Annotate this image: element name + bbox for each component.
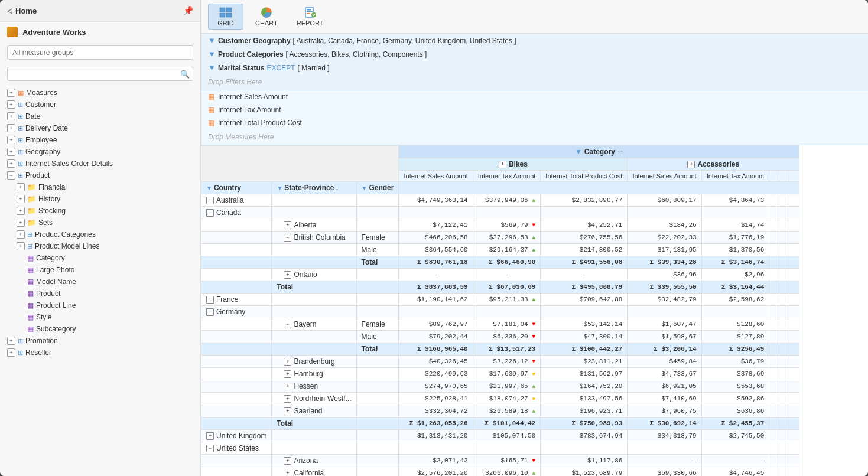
drop-filters-zone[interactable]: Drop Filters Here (201, 74, 868, 90)
state-cell (272, 244, 356, 256)
search-icon[interactable]: 🔍 (180, 70, 190, 79)
expand-bc-btn[interactable]: − (284, 234, 291, 242)
table-row: + Brandenburg $40,326,45 $3,226,12 ▼ $23… (201, 356, 799, 368)
sidebar-item-measures[interactable]: + ▦ Measures (0, 87, 200, 99)
collapse-product-btn[interactable]: − (7, 171, 15, 180)
sidebar-item-financial[interactable]: + 📁 Financial (0, 181, 200, 193)
expand-bikes-btn[interactable]: + (499, 161, 506, 168)
state-cell (272, 430, 356, 442)
chart-button[interactable]: CHART (248, 4, 285, 29)
expand-sets-btn[interactable]: + (17, 219, 25, 227)
sidebar-item-large-photo[interactable]: ▦ Large Photo (0, 264, 200, 276)
bikes-ita-cell: Σ $101,044,42 (473, 418, 541, 430)
sidebar-item-history[interactable]: + 📁 History (0, 193, 200, 205)
style-label: Style (36, 313, 52, 321)
chart-label: CHART (255, 19, 278, 27)
expand-promotion-btn[interactable]: + (7, 337, 15, 345)
sidebar-item-employee[interactable]: + ⊞ Employee (0, 134, 200, 146)
expand-pc-btn[interactable]: + (17, 230, 25, 239)
sidebar-item-date[interactable]: + ⊞ Date (0, 110, 200, 122)
sidebar-item-delivery-date[interactable]: + ⊞ Delivery Date (0, 122, 200, 134)
expand-measures-btn[interactable]: + (7, 89, 15, 97)
sidebar-item-geography[interactable]: + ⊞ Geography (0, 146, 200, 158)
expand-history-btn[interactable]: + (17, 195, 25, 203)
sidebar-item-reseller[interactable]: + ⊞ Reseller (0, 347, 200, 358)
expand-employee-btn[interactable]: + (7, 136, 15, 144)
table-row: Male $79,202,44 $6,336,20 ▼ $47,300,14 $… (201, 331, 799, 343)
drop-measures-zone[interactable]: Drop Measures Here (201, 129, 868, 145)
expand-hessen-btn[interactable]: + (284, 383, 291, 390)
gender-header[interactable]: ▼ Gender (356, 182, 399, 194)
search-input[interactable] (7, 67, 193, 81)
geography-label: Geography (25, 148, 60, 156)
sidebar-item-product-attr[interactable]: ▦ Product (0, 288, 200, 299)
grid-button[interactable]: GRID (208, 4, 243, 30)
sidebar-item-product-categories[interactable]: + ⊞ Product Categories (0, 229, 200, 240)
sort-state-icon[interactable]: ↓ (336, 185, 339, 191)
svg-rect-6 (307, 9, 311, 11)
expand-nordrhein-btn[interactable]: + (284, 395, 291, 403)
expand-financial-btn[interactable]: + (17, 183, 25, 191)
expand-delivery-date-btn[interactable]: + (7, 124, 15, 132)
empty-2 (779, 343, 789, 356)
sidebar-item-promotion[interactable]: + ⊞ Promotion (0, 335, 200, 347)
country-cell (201, 269, 272, 281)
expand-isod-btn[interactable]: + (7, 159, 15, 168)
sidebar-item-model-name[interactable]: ▦ Model Name (0, 276, 200, 288)
expand-california-btn[interactable]: + (284, 470, 291, 477)
accessories-label: Accessories (697, 160, 739, 168)
bikes-isa-cell: $2,576,201,20 (399, 467, 473, 477)
expand-stocking-btn[interactable]: + (17, 207, 25, 215)
empty-3 (789, 207, 799, 219)
sidebar-item-customer[interactable]: + ⊞ Customer (0, 99, 200, 110)
bikes-isa-cell: $4,749,363,14 (399, 194, 473, 207)
sidebar-item-product-root[interactable]: − ⊞ Product (0, 169, 200, 181)
expand-germany-btn[interactable]: − (206, 308, 214, 316)
country-header[interactable]: ▼ Country (201, 182, 272, 194)
gender-cell (356, 380, 399, 393)
sidebar-item-stocking[interactable]: + 📁 Stocking (0, 205, 200, 217)
expand-geography-btn[interactable]: + (7, 148, 15, 156)
expand-pml-btn[interactable]: + (17, 242, 25, 250)
expand-alberta-btn[interactable]: + (284, 221, 291, 229)
sort-cat-icon[interactable]: ↑↑ (617, 149, 623, 155)
sidebar-item-product-line[interactable]: ▦ Product Line (0, 299, 200, 311)
sidebar-item-internet-sales[interactable]: + ⊞ Internet Sales Order Details (0, 158, 200, 169)
expand-date-btn[interactable]: + (7, 112, 15, 120)
expand-france-btn[interactable]: + (206, 296, 214, 304)
expand-arizona-btn[interactable]: + (284, 457, 291, 465)
expand-us-btn[interactable]: − (206, 445, 214, 452)
bikes-itpc-cell: $164,752,20 (541, 380, 628, 393)
expand-australia-btn[interactable]: + (206, 197, 214, 204)
expand-reseller-btn[interactable]: + (7, 348, 15, 357)
expand-saarland-btn[interactable]: + (284, 407, 291, 415)
empty-3 (789, 380, 799, 393)
measure-group-select[interactable]: All measure groups (7, 45, 193, 60)
state-province-header[interactable]: ▼ State-Province ↓ (272, 182, 356, 194)
expand-customer-btn[interactable]: + (7, 100, 15, 109)
report-button[interactable]: REPORT (290, 4, 331, 29)
expand-ontario-btn[interactable]: + (284, 271, 291, 279)
expand-bayern-btn[interactable]: − (284, 321, 291, 328)
expand-accessories-btn[interactable]: + (687, 161, 695, 168)
sidebar-item-subcategory[interactable]: ▦ Subcategory (0, 323, 200, 335)
large-photo-icon: ▦ (27, 266, 34, 274)
back-arrow-icon[interactable]: ◁ (7, 7, 12, 15)
sidebar-item-product-model-lines[interactable]: + ⊞ Product Model Lines (0, 240, 200, 252)
empty-1 (769, 194, 779, 207)
sidebar-item-category-attr[interactable]: ▦ Category (0, 252, 200, 264)
empty-2 (779, 418, 789, 430)
empty-3 (789, 467, 799, 477)
expand-hamburg-btn[interactable]: + (284, 370, 291, 378)
pin-icon[interactable]: 📌 (183, 6, 193, 15)
sidebar-item-style[interactable]: ▦ Style (0, 311, 200, 323)
category-header[interactable]: ▼ Category ↑↑ (399, 146, 799, 158)
sidebar-title: ◁ Home (7, 6, 37, 15)
expand-uk-btn[interactable]: + (206, 432, 214, 440)
arrow-down-icon: ▼ (532, 321, 535, 328)
sidebar-item-sets[interactable]: + 📁 Sets (0, 217, 200, 229)
expand-brandenburg-btn[interactable]: + (284, 358, 291, 366)
expand-canada-btn[interactable]: − (206, 209, 214, 217)
grid-container[interactable]: ▼ Category ↑↑ + Bikes (201, 145, 868, 476)
svg-rect-0 (220, 8, 225, 12)
